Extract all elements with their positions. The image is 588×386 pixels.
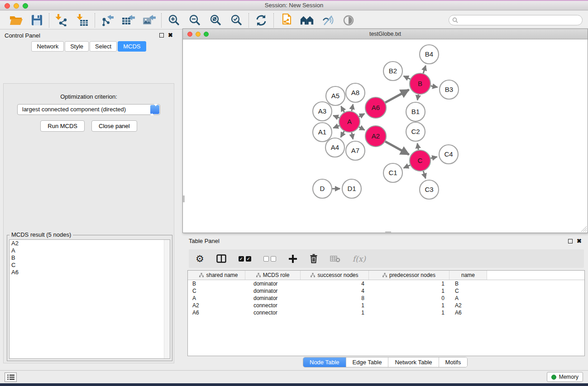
scrollbar-track[interactable]: [164, 240, 170, 358]
network-window-titlebar[interactable]: testGlobe.txt: [183, 29, 588, 39]
column-header-name[interactable]: name: [449, 271, 487, 280]
unselect-all-columns-icon[interactable]: [263, 253, 276, 265]
graph-edge-A6-B[interactable]: [385, 90, 409, 102]
task-history-button[interactable]: [5, 372, 17, 382]
maximize-window-button[interactable]: [23, 3, 28, 9]
column-type-icon: [382, 273, 387, 277]
list-item[interactable]: A: [10, 247, 170, 254]
select-all-columns-icon[interactable]: ✓✓: [239, 253, 251, 265]
list-item[interactable]: A2: [10, 240, 170, 247]
search-input[interactable]: [460, 17, 579, 24]
graph-edge-B-B1[interactable]: [417, 95, 418, 100]
zoom-selected-icon[interactable]: [229, 14, 243, 27]
graph-node-label-A1: A1: [318, 128, 326, 136]
open-session-icon[interactable]: [9, 14, 23, 27]
tab-network-table[interactable]: Network Table: [388, 357, 439, 367]
node-table[interactable]: shared name MCDS role successor nodes pr…: [187, 270, 585, 356]
table-row[interactable]: A2connector 11 A2: [188, 302, 584, 309]
refresh-icon[interactable]: [254, 14, 268, 27]
tab-network[interactable]: Network: [31, 41, 64, 52]
table-options-gear-icon[interactable]: ⚙: [196, 253, 204, 265]
delete-column-trash-icon[interactable]: [310, 253, 318, 265]
maximize-view-button[interactable]: [204, 32, 209, 37]
graph-node-label-A7: A7: [351, 147, 359, 154]
table-row[interactable]: Adominator 80 A: [188, 295, 584, 302]
column-header-shared-name[interactable]: shared name: [188, 271, 245, 280]
tab-mcds[interactable]: MCDS: [118, 41, 146, 52]
memory-button[interactable]: Memory: [547, 372, 583, 382]
graph-edge-A-A5[interactable]: [341, 106, 344, 112]
list-item[interactable]: B: [10, 254, 170, 262]
table-toolbar: ⚙ ✓✓ f(x): [189, 249, 584, 268]
zoom-fit-icon[interactable]: [209, 14, 222, 27]
graph-edge-A-A1[interactable]: [333, 126, 339, 128]
close-window-button[interactable]: [5, 3, 10, 9]
close-panel-button[interactable]: Close panel: [91, 120, 137, 132]
control-panel: Control Panel ✖ Network Style Select MCD…: [0, 29, 177, 370]
table-row[interactable]: A6connector 11 A6: [188, 309, 584, 316]
search-box[interactable]: [449, 15, 583, 25]
graph-edge-A2-C[interactable]: [385, 142, 409, 155]
scrollbar-thumb[interactable]: [385, 231, 391, 233]
column-header-predecessor-nodes[interactable]: predecessor nodes: [369, 271, 449, 280]
graph-edge-C-C3[interactable]: [423, 171, 425, 178]
birdseye-icon[interactable]: [342, 14, 355, 27]
graph-edge-A-A3[interactable]: [333, 115, 339, 118]
table-row[interactable]: Cdominator 41 C: [188, 287, 584, 295]
hide-panels-icon[interactable]: [321, 14, 335, 27]
graph-edge-C-C1[interactable]: [404, 165, 410, 168]
graph-edge-A-A8[interactable]: [352, 104, 353, 111]
export-table-icon[interactable]: [121, 14, 135, 27]
memory-status-icon: [551, 375, 556, 380]
graph-edge-A-A4[interactable]: [341, 131, 344, 137]
graph-node-label-A3: A3: [318, 107, 326, 115]
home-icon[interactable]: [300, 14, 314, 27]
list-item[interactable]: C: [10, 262, 170, 269]
close-panel-icon[interactable]: ✖: [168, 33, 173, 38]
column-type-icon: [256, 273, 261, 277]
create-column-plus-icon[interactable]: [288, 253, 297, 265]
close-view-button[interactable]: [187, 32, 192, 37]
resize-grip-icon[interactable]: [581, 226, 587, 232]
graph-edge-B-B2[interactable]: [404, 76, 411, 79]
criterion-select[interactable]: largest connected component (directed): [17, 104, 160, 115]
tab-node-table[interactable]: Node Table: [303, 357, 346, 367]
import-table-icon[interactable]: [76, 14, 89, 27]
app-titlebar: Session: New Session: [0, 0, 588, 10]
export-network-icon[interactable]: [100, 14, 114, 27]
graph-edge-C-C2[interactable]: [417, 143, 418, 150]
zoom-out-icon[interactable]: [188, 14, 201, 27]
minimize-view-button[interactable]: [196, 32, 201, 37]
column-header-mcds-role[interactable]: MCDS role: [245, 271, 301, 280]
graph-node-label-D1: D1: [347, 185, 356, 192]
graph-edge-B-B4[interactable]: [423, 66, 425, 73]
graph-edge-C-C4[interactable]: [430, 157, 437, 158]
graph-edge-A-A6[interactable]: [359, 114, 364, 116]
graph-edge-A-A2[interactable]: [359, 127, 364, 130]
table-row[interactable]: Bdominator 41 B: [188, 280, 584, 287]
mcds-result-list[interactable]: A2 A B C A6: [9, 239, 170, 359]
function-builder-icon: f(x): [353, 254, 366, 263]
network-canvas[interactable]: B4B2BB3A5A8A6B1A3AC2A1A2A4A7C4CC1DD1C3: [183, 40, 588, 233]
tab-edge-table[interactable]: Edge Table: [346, 357, 389, 367]
close-panel-icon[interactable]: ✖: [577, 239, 582, 243]
graph-edge-B-B3[interactable]: [431, 86, 438, 87]
run-mcds-button[interactable]: Run MCDS: [40, 120, 85, 132]
cybrowser-icon[interactable]: [279, 14, 293, 27]
graph-edge-A-A7[interactable]: [352, 133, 353, 139]
list-item[interactable]: A6: [10, 269, 170, 276]
tab-motifs[interactable]: Motifs: [439, 357, 468, 367]
export-image-icon[interactable]: [142, 14, 156, 27]
float-panel-icon[interactable]: [568, 239, 573, 243]
table-header-row: shared name MCDS role successor nodes pr…: [188, 271, 584, 280]
zoom-in-icon[interactable]: [167, 14, 181, 27]
float-panel-icon[interactable]: [159, 33, 164, 38]
import-network-icon[interactable]: [55, 14, 68, 27]
minimize-window-button[interactable]: [14, 3, 19, 9]
column-header-successor-nodes[interactable]: successor nodes: [301, 271, 369, 280]
tab-select[interactable]: Select: [90, 41, 117, 52]
show-columns-icon[interactable]: [216, 253, 226, 265]
save-session-icon[interactable]: [30, 14, 43, 27]
tab-style[interactable]: Style: [65, 41, 89, 52]
scrollbar-thumb[interactable]: [183, 195, 185, 202]
